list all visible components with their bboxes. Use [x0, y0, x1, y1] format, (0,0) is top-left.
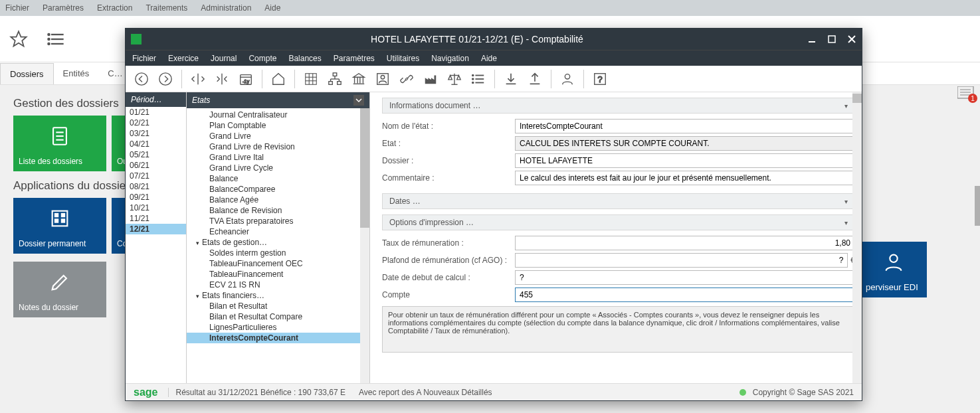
comment-field[interactable]	[515, 171, 855, 185]
etats-item[interactable]: Grand Livre	[187, 131, 369, 141]
tb-user-icon[interactable]	[372, 68, 393, 90]
bg-menu-extraction[interactable]: Extraction	[97, 3, 132, 13]
tb-collapse-h-icon[interactable]	[187, 68, 209, 90]
etats-item[interactable]: Plan Comptable	[187, 120, 369, 131]
nom-field[interactable]	[515, 119, 855, 133]
tb-bank-icon[interactable]	[348, 68, 369, 90]
taux-field[interactable]	[515, 236, 855, 250]
etats-item[interactable]: Journal Centralisateur	[187, 110, 369, 120]
etats-item[interactable]: InteretsCompteCourant	[187, 333, 369, 343]
etats-item[interactable]: TableauFinancement OEC	[187, 258, 369, 269]
period-item[interactable]: 11/21	[126, 213, 186, 224]
period-item[interactable]: 05/21	[126, 149, 186, 160]
list-icon[interactable]	[47, 30, 65, 48]
tile-label: Liste des dossiers	[19, 157, 101, 166]
modal-menu-utilitaires[interactable]: Utilitaires	[387, 54, 419, 63]
compte-field[interactable]	[515, 288, 855, 302]
etats-item[interactable]: LignesParticulieres	[187, 322, 369, 333]
period-header[interactable]: Périod…	[126, 92, 186, 107]
chevron-down-icon[interactable]	[353, 95, 364, 106]
form-scrollbar[interactable]	[852, 92, 862, 383]
modal-menu-paramètres[interactable]: Paramètres	[334, 54, 375, 63]
svg-point-67	[565, 74, 569, 78]
star-icon[interactable]	[9, 30, 28, 48]
tb-help-icon[interactable]: ?	[589, 68, 611, 90]
right-drawer-handle[interactable]	[975, 186, 980, 226]
taux-label: Taux de rémuneration :	[382, 238, 515, 248]
minimize-icon[interactable]	[807, 35, 817, 44]
maximize-icon[interactable]	[827, 35, 836, 44]
tile-notes-dossier[interactable]: Notes du dossier	[13, 262, 106, 317]
bg-menu-aide[interactable]: Aide	[264, 3, 280, 13]
bg-menu-fichier[interactable]: Fichier	[5, 3, 29, 13]
right-note-badge[interactable]: 1	[957, 86, 977, 104]
period-item[interactable]: 04/21	[126, 139, 186, 149]
section-dates[interactable]: Dates …▾	[382, 193, 855, 209]
etats-item[interactable]: Echeancier	[187, 226, 369, 237]
modal-menu-navigation[interactable]: Navigation	[431, 54, 469, 63]
plafond-field[interactable]	[515, 253, 848, 268]
datedeb-field[interactable]	[515, 270, 855, 285]
bg-tab-entites[interactable]: Entités	[54, 63, 99, 84]
tb-person-icon[interactable]	[557, 68, 578, 90]
etats-item[interactable]: Soldes interm gestion	[187, 248, 369, 258]
bg-tab-dossiers[interactable]: Dossiers	[0, 63, 54, 84]
tile-dossier-permanent[interactable]: Dossier permanent	[13, 198, 106, 254]
etats-scrollbar[interactable]	[360, 108, 369, 383]
etats-item[interactable]: Etats de gestion…	[187, 237, 369, 248]
modal-menu-fichier[interactable]: Fichier	[132, 54, 156, 63]
etats-item[interactable]: BalanceComparee	[187, 184, 369, 195]
tb-expand-h-icon[interactable]	[211, 68, 233, 90]
etats-item[interactable]: TVA Etats preparatoires	[187, 216, 369, 226]
etats-item[interactable]: Balance de Revision	[187, 205, 369, 216]
tb-calendar-icon[interactable]: -1y	[235, 68, 256, 90]
etats-item[interactable]: Balance	[187, 173, 369, 184]
datedeb-label: Date de debut de calcul :	[382, 273, 515, 282]
section-options[interactable]: Options d'impression …▾	[382, 214, 855, 230]
etats-item[interactable]: Bilan et Resultat Compare	[187, 311, 369, 322]
period-item[interactable]: 02/21	[126, 118, 186, 128]
etats-item[interactable]: Bilan et Resultat	[187, 301, 369, 311]
tb-tree-icon[interactable]	[324, 68, 345, 90]
tile-superviseur-edi[interactable]: perviseur EDI	[860, 242, 927, 297]
period-item[interactable]: 10/21	[126, 203, 186, 213]
dossier-field[interactable]	[515, 153, 855, 168]
period-item[interactable]: 03/21	[126, 128, 186, 139]
period-item[interactable]: 09/21	[126, 192, 186, 203]
etats-item[interactable]: ECV 21 IS RN	[187, 280, 369, 290]
modal-menu-exercice[interactable]: Exercice	[168, 54, 199, 63]
period-item[interactable]: 12/21	[126, 224, 186, 234]
tb-link-icon[interactable]	[396, 68, 417, 90]
tile-liste-dossiers[interactable]: Liste des dossiers	[13, 116, 106, 171]
tb-grid-icon[interactable]	[300, 68, 322, 90]
tb-download-icon[interactable]	[500, 68, 522, 90]
bg-menu-traitements[interactable]: Traitements	[146, 3, 187, 13]
modal-menu-journal[interactable]: Journal	[211, 54, 237, 63]
section-info[interactable]: Informations document …▾	[382, 98, 855, 114]
etats-item[interactable]: TableauFinancement	[187, 269, 369, 280]
tb-upload-icon[interactable]	[524, 68, 545, 90]
modal-menu-compte[interactable]: Compte	[248, 54, 276, 63]
modal-menu-balances[interactable]: Balances	[288, 54, 321, 63]
chevron-down-icon: ▾	[844, 102, 848, 110]
tb-forward-icon[interactable]	[155, 68, 176, 90]
tb-home-icon[interactable]	[268, 68, 289, 90]
tb-factory-icon[interactable]	[420, 68, 441, 90]
period-item[interactable]: 06/21	[126, 160, 186, 171]
bg-menu-paramètres[interactable]: Paramètres	[43, 3, 84, 13]
etats-item[interactable]: Etats financiers…	[187, 290, 369, 301]
bg-menu-administration[interactable]: Administration	[201, 3, 251, 13]
period-item[interactable]: 08/21	[126, 181, 186, 192]
tb-list2-icon[interactable]	[468, 68, 489, 90]
etats-item[interactable]: Grand Livre Ital	[187, 152, 369, 163]
etats-item[interactable]: Grand Livre Cycle	[187, 163, 369, 173]
tb-scale-icon[interactable]	[444, 68, 465, 90]
period-item[interactable]: 01/21	[126, 107, 186, 118]
period-item[interactable]: 07/21	[126, 171, 186, 181]
modal-menu-aide[interactable]: Aide	[481, 54, 497, 63]
etats-item[interactable]: Balance Agée	[187, 195, 369, 205]
etats-item[interactable]: Grand Livre de Revision	[187, 141, 369, 152]
close-icon[interactable]	[847, 35, 856, 44]
etats-header[interactable]: Etats	[187, 92, 369, 108]
tb-back-icon[interactable]	[131, 68, 152, 90]
